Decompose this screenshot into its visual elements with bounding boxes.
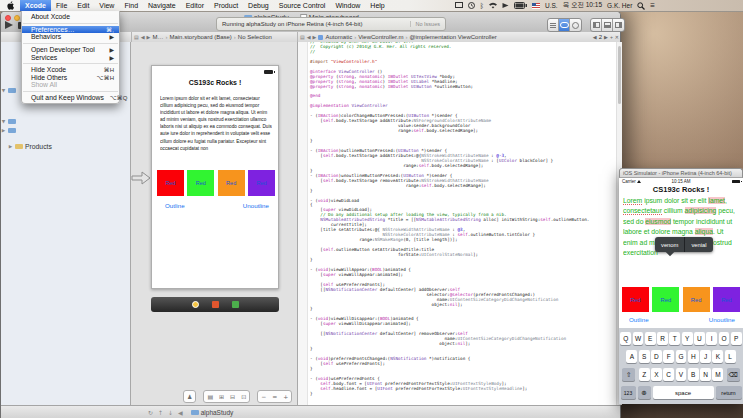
- time-machine-icon[interactable]: [468, 2, 475, 9]
- first-responder-icon[interactable]: [212, 301, 219, 308]
- menubar-item-source-control[interactable]: Source Control: [274, 0, 331, 11]
- key-w[interactable]: W: [633, 332, 644, 345]
- related-items-icon[interactable]: ▤: [134, 34, 139, 40]
- menubar-item-navigate[interactable]: Navigate: [143, 0, 181, 11]
- outline-button[interactable]: Outline: [629, 316, 649, 323]
- storyboard-body-textview[interactable]: Lorem ipsum dolor sit er elit lamet, con…: [160, 95, 272, 166]
- menubar-item-find[interactable]: Find: [119, 0, 143, 11]
- key-v[interactable]: V: [676, 368, 687, 381]
- menu-item-behaviors[interactable]: Behaviors▶: [22, 33, 119, 41]
- unoutline-button[interactable]: Unoutline: [243, 202, 269, 209]
- assistant-editor[interactable]: // Created by G.K. Her on 2014. 6. 17.. …: [297, 42, 622, 405]
- storyboard-headline-label[interactable]: CS193c Rocks !: [152, 79, 278, 86]
- wifi-icon[interactable]: [489, 2, 497, 9]
- key-s[interactable]: S: [639, 350, 650, 363]
- pin-width-button[interactable]: ⊞: [216, 391, 227, 402]
- key-g[interactable]: G: [676, 350, 687, 363]
- battery-icon[interactable]: [514, 2, 527, 9]
- key-r[interactable]: R: [657, 332, 668, 345]
- key-q[interactable]: Q: [620, 332, 631, 345]
- minimize-button[interactable]: [14, 15, 20, 21]
- simulator-title-bar[interactable]: iOS Simulator - iPhone Retina (4-inch 64…: [619, 168, 743, 178]
- suggestion-venial[interactable]: venial: [685, 237, 712, 252]
- key-x[interactable]: X: [651, 368, 662, 381]
- jumpbar-segment-m[interactable]: M…: [152, 34, 163, 40]
- menubar-item-debug[interactable]: Debug: [243, 0, 274, 11]
- menubar-item-help[interactable]: Help: [365, 0, 389, 11]
- spotlight-search-icon[interactable]: [637, 2, 645, 10]
- navigator-toggle-button[interactable]: [591, 19, 602, 31]
- forward-icon[interactable]: ▶: [147, 34, 151, 40]
- menu-item-hide-others[interactable]: Hide Others⌥⌘H: [22, 74, 119, 82]
- interface-builder-canvas[interactable]: CS193c Rocks ! Lorem ipsum dolor sit er …: [131, 42, 297, 405]
- key-o[interactable]: O: [719, 332, 730, 345]
- sim-red-button-3[interactable]: Red: [683, 287, 710, 312]
- resolve-issues-button[interactable]: ⊡: [238, 391, 249, 402]
- utilities-toggle-button[interactable]: [613, 19, 624, 31]
- close-assistant-icon[interactable]: ✕: [615, 34, 619, 40]
- menubar-item-xcode[interactable]: Xcode: [20, 0, 51, 11]
- user-menu[interactable]: G.K. Her: [607, 2, 632, 9]
- version-editor-button[interactable]: [570, 19, 581, 31]
- navigator-row[interactable]: ▶: [1, 126, 130, 134]
- exit-segue-icon[interactable]: [232, 301, 239, 308]
- apple-menu[interactable]: [5, 0, 16, 11]
- input-source-label[interactable]: U.S.: [545, 2, 558, 9]
- storyboard-red-button-2[interactable]: Red: [187, 170, 214, 196]
- outline-button[interactable]: Outline: [165, 202, 185, 209]
- storyboard-red-button-3[interactable]: Red: [218, 170, 245, 196]
- key-f[interactable]: F: [663, 350, 674, 363]
- key-d[interactable]: D: [651, 350, 662, 363]
- forward-icon[interactable]: ▶: [313, 34, 317, 40]
- backspace-key[interactable]: ⌫: [727, 368, 740, 381]
- recent-icon[interactable]: ↻: [148, 409, 153, 416]
- zoom-actual-button[interactable]: =: [269, 391, 280, 402]
- sim-red-button-4[interactable]: Red: [713, 287, 740, 312]
- key-e[interactable]: E: [645, 332, 656, 345]
- up-icon[interactable]: ↑: [158, 409, 163, 416]
- globe-key[interactable]: ⊕: [638, 386, 651, 399]
- debug-area-toggle-button[interactable]: [602, 19, 613, 31]
- disclosure-icon[interactable]: ▶: [1, 128, 6, 133]
- menu-item-about-xcode[interactable]: About Xcode: [22, 13, 119, 21]
- align-button[interactable]: ▤: [204, 391, 216, 402]
- storyboard-red-button-4[interactable]: Red: [248, 170, 275, 196]
- notification-center-icon[interactable]: ≡: [650, 1, 655, 10]
- key-j[interactable]: J: [700, 350, 711, 363]
- space-key[interactable]: space: [653, 386, 714, 399]
- key-n[interactable]: N: [700, 368, 711, 381]
- menubar-item-window[interactable]: Window: [330, 0, 365, 11]
- key-y[interactable]: Y: [682, 332, 693, 345]
- key-u[interactable]: U: [694, 332, 705, 345]
- scrollbar-thumb[interactable]: [618, 46, 622, 104]
- pin-height-button[interactable]: ⊟: [227, 391, 238, 402]
- menu-item-services[interactable]: Services▶: [22, 53, 119, 61]
- navigator-row-products[interactable]: ▶ Products: [8, 142, 137, 150]
- input-flag-icon[interactable]: [532, 3, 540, 9]
- disclosure-icon[interactable]: ▶: [8, 144, 13, 149]
- navigator-row[interactable]: [8, 113, 137, 121]
- jumpbar-segment-no-selection[interactable]: No Selection: [238, 34, 272, 40]
- run-button[interactable]: [5, 21, 13, 29]
- menu-item-preferences[interactable]: Preferences…⌘,: [22, 26, 119, 34]
- unoutline-button[interactable]: Unoutline: [709, 316, 735, 323]
- shift-key[interactable]: ⇧: [622, 368, 635, 381]
- menu-item-open-developer-tool[interactable]: Open Developer Tool▶: [22, 46, 119, 54]
- storyboard-view-controller[interactable]: CS193c Rocks ! Lorem ipsum dolor sit er …: [151, 65, 279, 289]
- related-items-icon[interactable]: ▤: [300, 34, 305, 40]
- menubar-item-editor[interactable]: Editor: [181, 0, 209, 11]
- jumpbar-segment-viewcontroller-m[interactable]: ViewController.m: [358, 34, 403, 40]
- storyboard-red-button-1[interactable]: Red: [157, 170, 184, 196]
- key-c[interactable]: C: [663, 368, 674, 381]
- counter-forward-icon[interactable]: ▶: [604, 34, 608, 40]
- view-controller-icon[interactable]: [192, 301, 199, 308]
- jumpbar-segment-implementation-viewcontroller[interactable]: @implementation ViewController: [409, 34, 496, 40]
- jumpbar-segment-main-storyboard-base[interactable]: Main.storyboard (Base): [169, 34, 231, 40]
- menubar-item-edit[interactable]: Edit: [72, 0, 94, 11]
- key-i[interactable]: I: [706, 332, 717, 345]
- key-t[interactable]: T: [669, 332, 680, 345]
- source-code[interactable]: // Created by G.K. Her on 2014. 6. 17.. …: [310, 42, 589, 397]
- key-a[interactable]: A: [626, 350, 637, 363]
- assistant-editor-button[interactable]: [559, 19, 570, 31]
- back-icon[interactable]: ◀: [178, 409, 183, 416]
